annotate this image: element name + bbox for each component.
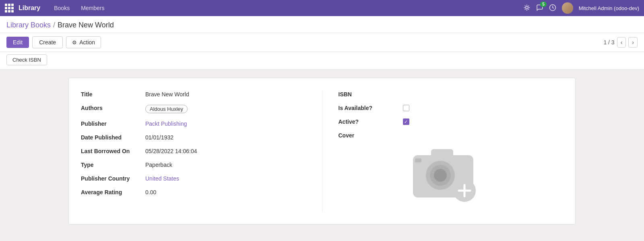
create-button[interactable]: Create [32,36,63,48]
topbar: Library Books Members 5 Mitchell Admin (… [0,0,644,16]
clock-icon[interactable] [549,4,556,12]
form-left: Title Brave New World Authors Aldous Hux… [81,90,322,212]
field-is-available: Is Available? [339,104,564,111]
field-publisher: Publisher Packt Publishing [81,120,306,127]
bug-icon[interactable] [523,4,530,12]
breadcrumb-current: Brave New World [58,21,114,29]
value-title: Brave New World [145,90,306,98]
avatar[interactable] [562,2,573,14]
label-cover: Cover [339,131,403,139]
label-isbn: ISBN [339,90,403,98]
label-date-published: Date Published [81,133,145,141]
value-isbn [403,90,564,91]
checkbox-active-wrapper: ✓ [403,118,564,125]
breadcrumb: Library Books / Brave New World [6,21,638,29]
pagination: 1 / 3 ‹ › [603,37,638,48]
app-grid-icon[interactable] [5,4,14,12]
chat-icon[interactable]: 5 [536,4,543,12]
value-average-rating: 0.00 [145,188,306,195]
svg-point-6 [434,169,447,182]
value-publisher[interactable]: Packt Publishing [145,120,306,127]
main-content: Title Brave New World Authors Aldous Hux… [0,70,644,241]
form-right: ISBN Is Available? Active? ✓ [322,90,564,212]
app-name: Library [19,4,40,12]
svg-rect-7 [415,158,421,162]
form-card: Title Brave New World Authors Aldous Hux… [68,78,576,224]
value-last-borrowed: 05/28/2022 14:06:04 [145,147,306,154]
checkbox-active[interactable]: ✓ [403,118,409,125]
action-button[interactable]: ⚙ Action [66,36,101,48]
chat-badge: 5 [540,2,547,7]
svg-rect-3 [431,149,453,160]
label-is-available: Is Available? [339,104,403,111]
label-publisher: Publisher [81,120,145,127]
user-name[interactable]: Mitchell Admin (odoo-dev) [579,5,639,11]
field-authors: Authors Aldous Huxley [81,104,306,113]
label-last-borrowed: Last Borrowed On [81,147,145,154]
nav-members[interactable]: Members [75,0,110,16]
breadcrumb-parent[interactable]: Library Books [6,21,51,29]
field-date-published: Date Published 01/01/1932 [81,133,306,141]
field-cover: Cover [339,131,564,206]
svg-point-0 [526,6,528,9]
prev-page-button[interactable]: ‹ [617,37,626,48]
label-title: Title [81,90,145,98]
checkbox-is-available[interactable] [403,105,409,111]
toolbar: Edit Create ⚙ Action 1 / 3 ‹ › [0,33,644,52]
value-authors: Aldous Huxley [145,104,306,113]
label-type: Type [81,161,145,168]
cover-upload[interactable] [403,133,483,206]
author-tag[interactable]: Aldous Huxley [145,105,188,113]
nav-books[interactable]: Books [48,0,75,16]
cover-area [403,133,483,206]
label-active: Active? [339,118,403,125]
subbar: Check ISBN [0,52,644,70]
field-average-rating: Average Rating 0.00 [81,188,306,195]
check-isbn-button[interactable]: Check ISBN [6,54,47,65]
field-last-borrowed: Last Borrowed On 05/28/2022 14:06:04 [81,147,306,154]
value-type: Paperback [145,161,306,168]
page-info: 1 / 3 [603,39,614,46]
checkbox-is-available-wrapper [403,105,564,111]
value-publisher-country[interactable]: United States [145,175,306,182]
label-publisher-country: Publisher Country [81,175,145,182]
next-page-button[interactable]: › [628,37,638,48]
edit-button[interactable]: Edit [6,37,29,48]
value-is-available [403,104,564,111]
field-type: Type Paperback [81,161,306,168]
breadcrumb-separator: / [53,21,55,29]
breadcrumb-area: Library Books / Brave New World [0,16,644,33]
field-isbn: ISBN [339,90,564,98]
gear-icon: ⚙ [72,39,77,46]
value-date-published: 01/01/1932 [145,133,306,141]
field-title: Title Brave New World [81,90,306,98]
form-columns: Title Brave New World Authors Aldous Hux… [81,90,563,212]
main-nav: Books Members [48,0,110,16]
field-active: Active? ✓ [339,118,564,125]
field-publisher-country: Publisher Country United States [81,175,306,182]
label-authors: Authors [81,104,145,111]
value-active: ✓ [403,118,564,125]
label-average-rating: Average Rating [81,188,145,195]
topbar-right: 5 Mitchell Admin (odoo-dev) [523,2,639,14]
